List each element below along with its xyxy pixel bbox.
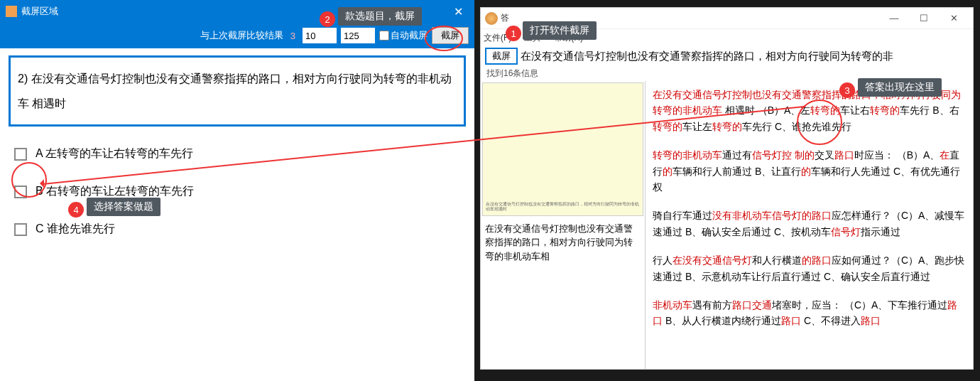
compare-label: 与上次截屏比较结果 bbox=[200, 29, 283, 42]
question-strip: 在没有交通信号灯控制也没有交通警察指挥的路口，相对方向行驶同为转弯的非 bbox=[521, 50, 969, 63]
answer-block: 非机动车遇有前方路口交通堵塞时，应当： （C）A、下车推行通过路口 B、从人行横… bbox=[653, 297, 966, 329]
maximize-button[interactable]: ☐ bbox=[909, 9, 939, 28]
annotation-callout-1: 打开软件截屏 bbox=[523, 21, 597, 40]
annotation-callout-4: 选择答案做题 bbox=[87, 198, 160, 216]
option-a[interactable]: A 左转弯的车让右转弯的车先行 bbox=[14, 146, 460, 161]
close-button[interactable]: ✕ bbox=[442, 0, 474, 23]
option-b[interactable]: B 右转弯的车让左转弯的车先行 bbox=[14, 184, 460, 199]
checkbox-icon[interactable] bbox=[14, 148, 27, 161]
preview-caption: 在没有交通信号灯控制也没有交通警察指挥的路口，相对方向行驶同为转弯的非机动车相 bbox=[481, 218, 645, 268]
preview-tiny-text: 在没有交通信号灯控制也没有交通警察指挥的路口，相对方向行驶同为转弯的非机动车相遇… bbox=[486, 202, 640, 212]
answer-block: 转弯的非机动车通过有信号灯控 制的交叉路口时应当： （B）A、在直行的车辆和行人… bbox=[653, 147, 966, 195]
checkbox-icon[interactable] bbox=[14, 223, 27, 236]
screenshot-button[interactable]: 截屏 bbox=[432, 27, 469, 44]
answer-block: 骑自行车通过没有非机动车信号灯的路口应怎样通行？（C）A、减慢车速通过 B、确认… bbox=[653, 208, 966, 240]
auto-label: 自动截屏 bbox=[391, 29, 428, 42]
num-input-1[interactable] bbox=[303, 28, 337, 43]
preview-column: 在没有交通信号灯控制也没有交通警察指挥的路口，相对方向行驶同为转弯的非机动车相遇… bbox=[481, 81, 646, 369]
annotation-badge-3: 3 bbox=[839, 82, 855, 98]
option-c[interactable]: C 谁抢先谁先行 bbox=[14, 222, 460, 237]
option-c-label: C 谁抢先谁先行 bbox=[36, 222, 115, 237]
answer-block: 行人在没有交通信号灯和人行横道的路口应如何通过？（C）A、跑步快速通过 B、示意… bbox=[653, 252, 966, 284]
screenshot-button-right[interactable]: 截屏 bbox=[485, 48, 518, 65]
checkbox-icon[interactable] bbox=[14, 186, 27, 198]
auto-checkbox-input[interactable] bbox=[379, 31, 389, 41]
answer-window: 答 — ☐ ✕ 文件(F) 工具 帮助(H) 截屏 在没有交通信号灯控制也没有交… bbox=[480, 7, 974, 370]
minimize-button[interactable]: — bbox=[879, 9, 909, 28]
annotation-arrow-head bbox=[36, 179, 44, 188]
annotation-badge-1: 1 bbox=[506, 26, 521, 41]
right-body: 在没有交通信号灯控制也没有交通警察指挥的路口，相对方向行驶同为转弯的非机动车相遇… bbox=[481, 81, 973, 369]
left-toolbar: 与上次截屏比较结果 3 自动截屏 截屏 bbox=[0, 23, 474, 48]
num-input-2[interactable] bbox=[341, 28, 375, 43]
close-button[interactable]: ✕ bbox=[939, 9, 969, 28]
annotation-callout-2: 款选题目，截屏 bbox=[338, 7, 422, 26]
answers-panel[interactable]: 在没有交通信号灯控制也没有交通警察指挥的路口，相对方向行驶同为转弯的非机动车 相… bbox=[646, 81, 973, 369]
top-row: 截屏 在没有交通信号灯控制也没有交通警察指挥的路口，相对方向行驶同为转弯的非 bbox=[481, 46, 973, 66]
annotation-callout-3: 答案出现在这里 bbox=[858, 78, 942, 97]
right-title: 答 bbox=[501, 12, 509, 24]
app-icon bbox=[485, 12, 498, 25]
compare-count: 3 bbox=[290, 31, 295, 41]
option-a-label: A 左转弯的车让右转弯的车先行 bbox=[36, 146, 193, 161]
screenshot-region-window: 截屏区域 ✕ 与上次截屏比较结果 3 自动截屏 截屏 2) 在没有交通信号灯控制… bbox=[0, 0, 474, 381]
annotation-badge-4: 4 bbox=[68, 202, 84, 218]
annotation-badge-2: 2 bbox=[320, 11, 335, 27]
app-icon bbox=[6, 6, 17, 17]
preview-image: 在没有交通信号灯控制也没有交通警察指挥的路口，相对方向行驶同为转弯的非机动车相遇… bbox=[482, 82, 643, 216]
question-text: 2) 在没有交通信号灯控制也没有交通警察指挥的路口，相对方向行驶同为转弯的非机动… bbox=[9, 55, 466, 127]
auto-screenshot-checkbox[interactable]: 自动截屏 bbox=[379, 29, 428, 42]
